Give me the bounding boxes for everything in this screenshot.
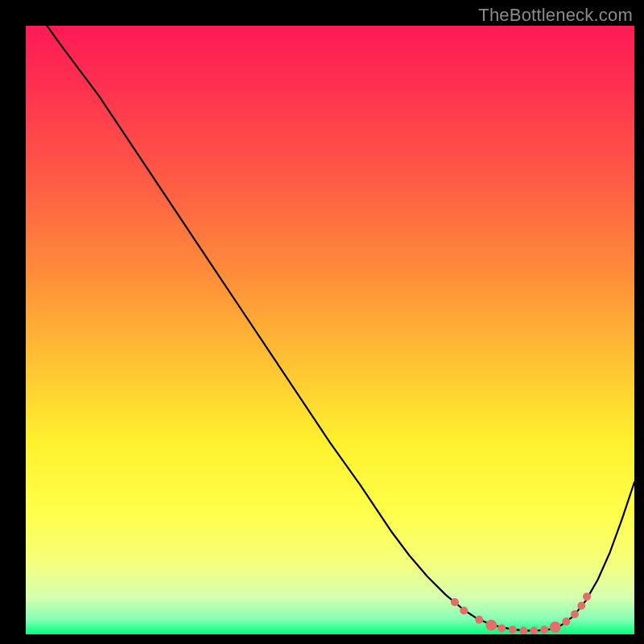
chart-root: TheBottleneck.com xyxy=(0,0,644,644)
watermark-label: TheBottleneck.com xyxy=(478,5,633,26)
bottleneck-chart-canvas xyxy=(0,0,644,644)
